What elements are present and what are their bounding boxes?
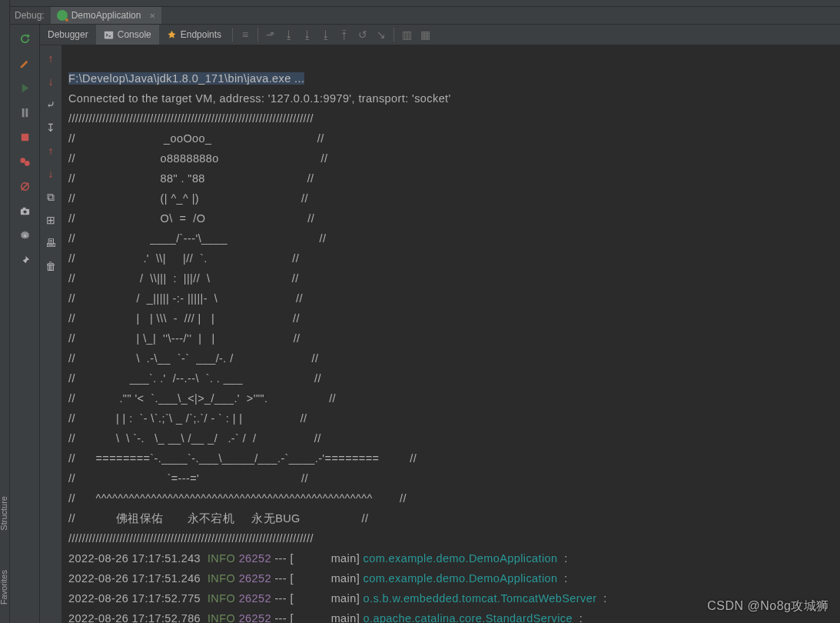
console-toolbar: Debugger Console Endpoints ≡ ⬏ ⭳ ⭳ ⭳ ⭱ ↺ xyxy=(40,25,840,45)
up-red-icon[interactable]: ↑ xyxy=(44,144,58,158)
run-config-name: DemoApplication xyxy=(71,10,141,21)
down2-icon[interactable]: ⭳ xyxy=(298,25,317,45)
close-icon[interactable]: × xyxy=(149,10,155,22)
top-strip xyxy=(10,0,840,7)
camera-icon[interactable] xyxy=(18,204,32,218)
modify-run-icon[interactable] xyxy=(18,56,32,70)
ascii-art: ////////////////////////////////////////… xyxy=(68,108,840,548)
console-icon xyxy=(104,30,114,40)
down-red-icon[interactable]: ↓ xyxy=(44,167,58,181)
scroll-end-icon[interactable]: ↧ xyxy=(44,121,58,135)
resume-icon[interactable] xyxy=(18,81,32,95)
stop-icon[interactable] xyxy=(18,130,32,144)
up-icon[interactable]: ⬏ xyxy=(261,25,280,45)
tab-debugger[interactable]: Debugger xyxy=(40,25,96,45)
settings-icon[interactable] xyxy=(18,228,32,242)
svg-rect-0 xyxy=(21,133,28,140)
run-config-tab[interactable]: DemoApplication × xyxy=(51,7,161,24)
svg-point-2 xyxy=(25,161,30,166)
down3-icon[interactable]: ⭳ xyxy=(317,25,335,45)
filter2-icon[interactable]: ⧉ xyxy=(44,190,58,204)
endpoints-icon xyxy=(167,30,177,40)
up2-icon[interactable]: ⭱ xyxy=(335,25,354,45)
view-breakpoints-icon[interactable] xyxy=(18,155,32,168)
tab-console[interactable]: Console xyxy=(96,25,159,45)
svg-rect-7 xyxy=(22,207,25,209)
ide-left-edge: Structure Favorites xyxy=(0,0,10,623)
trash-icon[interactable]: 🗑 xyxy=(44,259,58,273)
console-output[interactable]: F:\Develop\Java\jdk1.8.0_171\bin\java.ex… xyxy=(62,45,840,623)
layout2-icon[interactable]: ▦ xyxy=(416,25,434,45)
pin-icon[interactable] xyxy=(18,253,32,267)
svg-point-6 xyxy=(23,210,26,213)
print-icon[interactable]: 🖶 xyxy=(44,236,58,250)
side-tab-favorites[interactable]: Favorites xyxy=(0,570,8,605)
cmd-line: F:\Develop\Java\jdk1.8.0_171\bin\java.ex… xyxy=(68,72,304,85)
debug-left-toolbar xyxy=(10,25,40,623)
side-tab-structure[interactable]: Structure xyxy=(0,496,8,531)
down1-icon[interactable]: ⭳ xyxy=(280,25,298,45)
tree-icon[interactable]: ⊞ xyxy=(44,213,58,227)
step-icon[interactable]: ↘ xyxy=(372,25,390,45)
soft-wrap-icon[interactable]: ⤶ xyxy=(44,98,58,112)
up-arrow-icon[interactable]: ↑ xyxy=(44,52,58,65)
console-gutter: ↑ ↓ ⤶ ↧ ↑ ↓ ⧉ ⊞ 🖶 🗑 xyxy=(40,45,62,623)
reset-icon[interactable]: ↺ xyxy=(354,25,372,45)
rerun-icon[interactable] xyxy=(18,32,32,45)
spring-boot-icon xyxy=(57,10,68,21)
watermark: CSDN @No8g攻城狮 xyxy=(707,598,829,615)
layout1-icon[interactable]: ▥ xyxy=(397,25,416,45)
svg-point-1 xyxy=(20,158,25,163)
pause-icon[interactable] xyxy=(18,105,32,119)
svg-rect-9 xyxy=(105,31,113,38)
down-arrow-icon[interactable]: ↓ xyxy=(44,75,58,88)
mute-breakpoints-icon[interactable] xyxy=(18,179,32,193)
filter-icon[interactable]: ≡ xyxy=(236,25,254,45)
main-area: Debug: DemoApplication × Debugger xyxy=(10,0,840,623)
connected-line: Connected to the target VM, address: '12… xyxy=(68,92,451,105)
tab-endpoints[interactable]: Endpoints xyxy=(159,25,229,45)
debug-label: Debug: xyxy=(12,10,51,21)
debug-tab-row: Debug: DemoApplication × xyxy=(10,7,840,25)
